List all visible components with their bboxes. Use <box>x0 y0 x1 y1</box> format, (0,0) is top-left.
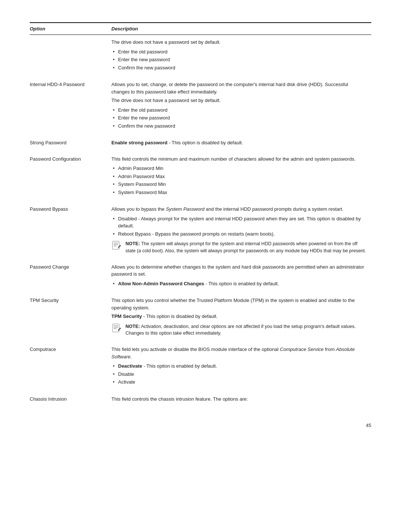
option-cell: Strong Password <box>30 135 111 152</box>
desc-line: Allows you to set, change, or delete the… <box>111 81 368 95</box>
list-item: Confirm the new password <box>111 122 368 130</box>
list-item: Enter the new password <box>111 114 368 122</box>
svg-rect-1 <box>114 243 118 243</box>
option-cell: Internal HDD-4 Password <box>30 77 111 135</box>
list-item: Activate <box>111 378 368 386</box>
option-cell: Password Bypass <box>30 202 111 260</box>
option-cell: Password Change <box>30 260 111 293</box>
description-cell: The drive does not have a password set b… <box>111 35 371 78</box>
desc-line: This field lets you activate or disable … <box>111 346 368 360</box>
table-row: Password ChangeAllows you to determine w… <box>30 260 371 293</box>
page-number: 45 <box>30 423 371 428</box>
description-cell: Enable strong password - This option is … <box>111 135 371 152</box>
list-item: Enter the old password <box>111 106 368 114</box>
list-item: Deactivate - This option is enabled by d… <box>111 362 368 370</box>
list-item: System Password Max <box>111 189 368 196</box>
list-item: System Password Min <box>111 181 368 188</box>
option-cell <box>30 35 111 78</box>
description-cell: Allows you to set, change, or delete the… <box>111 77 371 135</box>
desc-extra: Enable strong password - This option is … <box>111 139 368 147</box>
list-item: Admin Password Max <box>111 173 368 180</box>
list-item: Enter the new password <box>111 56 368 63</box>
table-row: TPM SecurityThis option lets you control… <box>30 293 371 342</box>
desc-line: This field controls the minimum and maxi… <box>111 155 368 163</box>
table-row: ComputraceThis field lets you activate o… <box>30 342 371 392</box>
table-row: Password BypassAllows you to bypass the … <box>30 202 371 260</box>
option-cell: Chassis Intrusion <box>30 392 111 408</box>
list-item: Disable <box>111 371 368 378</box>
desc-line: Allows you to determine whether changes … <box>111 263 368 278</box>
note-text: NOTE: The system will always prompt for … <box>125 240 368 254</box>
bullet-list: Enter the old passwordEnter the new pass… <box>111 106 368 130</box>
description-cell: This field controls the minimum and maxi… <box>111 152 371 202</box>
bullet-list: Enter the old passwordEnter the new pass… <box>111 48 368 72</box>
svg-rect-2 <box>114 244 118 245</box>
svg-rect-6 <box>114 327 118 328</box>
bullet-list: Allow Non-Admin Password Changes - This … <box>111 280 368 288</box>
description-cell: Allows you to determine whether changes … <box>111 260 371 293</box>
description-cell: This field controls the chassis intrusio… <box>111 392 371 408</box>
list-item: Admin Password Min <box>111 165 368 172</box>
bullet-list: Admin Password MinAdmin Password MaxSyst… <box>111 165 368 196</box>
list-item: Disabled - Always prompt for the system … <box>111 215 368 230</box>
table-row: Internal HDD-4 PasswordAllows you to set… <box>30 77 371 135</box>
bullet-list: Disabled - Always prompt for the system … <box>111 215 368 238</box>
list-item: Reboot Bypass - Bypass the password prom… <box>111 230 368 238</box>
table-row: Strong PasswordEnable strong password - … <box>30 135 371 152</box>
note-icon <box>111 323 122 336</box>
desc-line: This option lets you control whether the… <box>111 297 368 311</box>
note-icon <box>111 240 122 253</box>
table-row: Chassis IntrusionThis field controls the… <box>30 392 371 408</box>
note-box: NOTE: The system will always prompt for … <box>111 240 368 254</box>
col-desc-header: Description <box>111 23 371 35</box>
table-header-row: Option Description <box>30 23 371 35</box>
list-item: Allow Non-Admin Password Changes - This … <box>111 280 368 288</box>
svg-rect-5 <box>114 325 118 326</box>
description-cell: This field lets you activate or disable … <box>111 342 371 392</box>
option-cell: TPM Security <box>30 293 111 342</box>
description-cell: Allows you to bypass the System Password… <box>111 202 371 260</box>
table-row: The drive does not have a password set b… <box>30 35 371 78</box>
list-item: Confirm the new password <box>111 64 368 72</box>
list-item: Enter the old password <box>111 48 368 56</box>
desc-line: The drive does not have a password set b… <box>111 97 368 104</box>
desc-line: The drive does not have a password set b… <box>111 39 368 46</box>
bullet-list: Deactivate - This option is enabled by d… <box>111 362 368 386</box>
note-text: NOTE: Activation, deactivation, and clea… <box>125 323 368 337</box>
option-cell: Password Configuration <box>30 152 111 202</box>
page-container: Option Description The drive does not ha… <box>30 22 371 428</box>
desc-line: TPM Security - This option is disabled b… <box>111 313 368 320</box>
desc-line: Allows you to bypass the System Password… <box>111 206 368 213</box>
svg-rect-3 <box>114 246 117 246</box>
option-cell: Computrace <box>30 342 111 392</box>
description-cell: This option lets you control whether the… <box>111 293 371 342</box>
main-table: Option Description The drive does not ha… <box>30 22 371 408</box>
note-box: NOTE: Activation, deactivation, and clea… <box>111 323 368 337</box>
svg-rect-7 <box>114 328 117 329</box>
table-row: Password ConfigurationThis field control… <box>30 152 371 202</box>
col-option-header: Option <box>30 23 111 35</box>
desc-line: This field controls the chassis intrusio… <box>111 395 368 403</box>
